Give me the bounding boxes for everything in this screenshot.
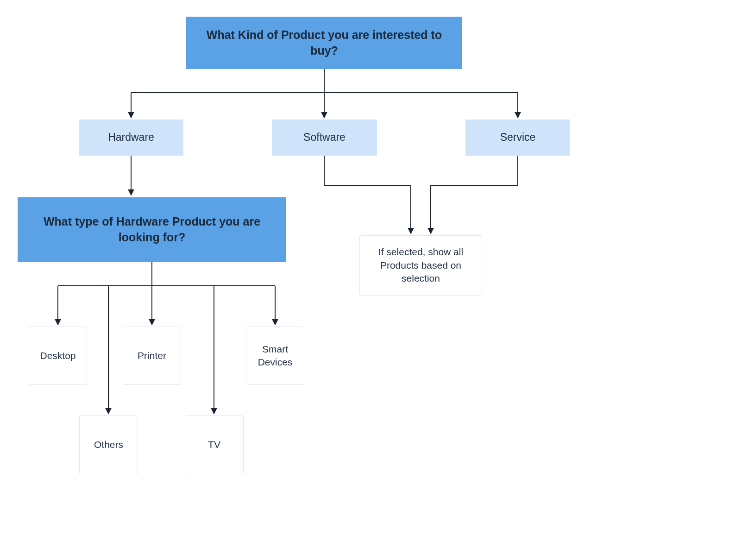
root-question: What Kind of Product you are interested … [186,17,462,69]
option-printer[interactable]: Printer [123,327,181,385]
option-hardware[interactable]: Hardware [79,120,183,156]
option-desktop[interactable]: Desktop [29,327,87,385]
option-service[interactable]: Service [465,120,570,156]
flowchart-canvas: What Kind of Product you are interested … [0,0,754,560]
result-note: If selected, show all Products based on … [359,235,482,296]
option-others[interactable]: Others [79,415,138,474]
hardware-question: What type of Hardware Product you are lo… [18,197,286,262]
option-tv[interactable]: TV [185,415,244,474]
option-smart-devices[interactable]: Smart Devices [246,327,304,385]
option-software[interactable]: Software [272,120,377,156]
